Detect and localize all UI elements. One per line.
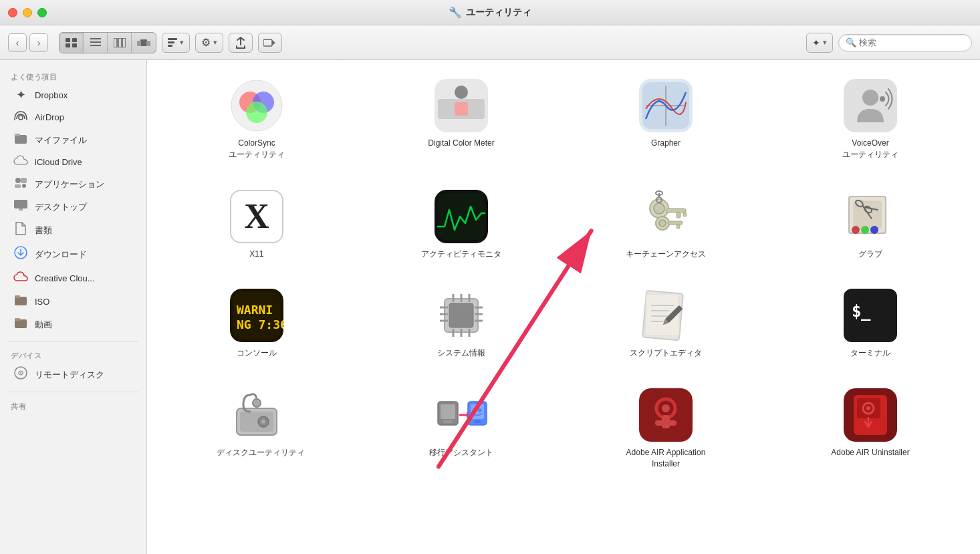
svg-point-118 bbox=[662, 404, 670, 412]
svg-point-34 bbox=[20, 372, 21, 374]
x11-icon: X bbox=[230, 190, 283, 243]
tag-button[interactable] bbox=[258, 33, 282, 53]
svg-rect-109 bbox=[443, 420, 453, 423]
voiceover-label: VoiceOver ユーティリティ bbox=[830, 138, 910, 160]
dropbox-button[interactable]: ✦ ▾ bbox=[806, 33, 833, 53]
grapher-label: Grapher bbox=[651, 138, 681, 149]
sidebar-item-iso[interactable]: ISO bbox=[3, 291, 144, 313]
colorsync-icon bbox=[230, 79, 283, 132]
grid-item-digital-color[interactable]: Digital Color Meter bbox=[362, 71, 560, 168]
sidebar-item-desktop[interactable]: デスクトップ bbox=[3, 196, 144, 218]
svg-point-114 bbox=[478, 408, 482, 412]
file-grid: ColorSync ユーティリティ Digital Color Meter bbox=[147, 60, 980, 554]
traffic-lights[interactable] bbox=[8, 8, 47, 17]
share-button[interactable] bbox=[229, 33, 253, 53]
grid-item-sysinfo[interactable]: システム情報 bbox=[362, 281, 560, 367]
svg-point-21 bbox=[15, 178, 21, 183]
iso-label: ISO bbox=[35, 297, 49, 307]
grid-item-grab[interactable]: グラブ bbox=[771, 182, 969, 268]
documents-icon bbox=[13, 222, 28, 239]
svg-point-71 bbox=[861, 226, 869, 234]
adobe-air-uninstall-icon bbox=[844, 388, 897, 442]
grab-label: グラブ bbox=[858, 249, 882, 260]
grid-item-diskutil[interactable]: ディスクユーティリティ bbox=[158, 380, 356, 478]
downloads-label: ダウンロード bbox=[35, 249, 87, 261]
myfiles-label: マイファイル bbox=[35, 134, 87, 146]
grid-item-terminal[interactable]: $ _ ターミナル bbox=[771, 281, 969, 367]
terminal-icon: $ _ bbox=[844, 289, 897, 342]
back-button[interactable]: ‹ bbox=[8, 33, 27, 52]
grid-item-activity[interactable]: アクティビティモニタ bbox=[362, 182, 560, 268]
svg-rect-115 bbox=[474, 420, 481, 423]
forward-button[interactable]: › bbox=[29, 33, 48, 52]
dropbox-sidebar-icon: ✦ bbox=[13, 88, 28, 102]
svg-rect-55 bbox=[677, 213, 681, 218]
gear-dropdown[interactable]: ⚙ ▾ bbox=[195, 33, 223, 53]
grid-item-migration[interactable]: 移行アシスタント bbox=[362, 380, 560, 478]
remote-disk-label: リモートディスク bbox=[35, 369, 104, 381]
column-view-button[interactable] bbox=[108, 33, 132, 53]
console-icon: WARNI NG 7:36 bbox=[230, 289, 283, 342]
search-input[interactable] bbox=[859, 37, 965, 47]
sidebar-item-myfiles[interactable]: マイファイル bbox=[3, 129, 144, 151]
grid-item-grapher[interactable]: Grapher bbox=[567, 71, 765, 168]
sidebar-item-airdrop[interactable]: AirDrop bbox=[3, 106, 144, 128]
svg-rect-16 bbox=[263, 39, 272, 46]
sidebar-item-movies[interactable]: 動画 bbox=[3, 313, 144, 335]
grab-icon bbox=[844, 190, 897, 243]
sidebar-item-downloads[interactable]: ダウンロード bbox=[3, 243, 144, 266]
grid-item-keychain[interactable]: キーチェーンアクセス bbox=[567, 182, 765, 268]
terminal-label: ターミナル bbox=[850, 348, 890, 359]
creative-label: Creative Clou... bbox=[35, 273, 95, 283]
svg-rect-13 bbox=[168, 38, 177, 40]
svg-rect-23 bbox=[15, 184, 21, 188]
grid-item-scriptedit[interactable]: スクリプトエディタ bbox=[567, 281, 765, 367]
movies-label: 動画 bbox=[35, 319, 52, 331]
sidebar-item-icloud[interactable]: iCloud Drive bbox=[3, 152, 144, 172]
grid-item-x11[interactable]: X X11 bbox=[158, 182, 356, 268]
maximize-button[interactable] bbox=[37, 8, 47, 17]
close-button[interactable] bbox=[8, 8, 17, 17]
svg-rect-2 bbox=[66, 43, 70, 47]
grid-container: ColorSync ユーティリティ Digital Color Meter bbox=[158, 71, 969, 478]
sidebar-item-applications[interactable]: アプリケーション bbox=[3, 173, 144, 195]
diskutil-label: ディスクユーティリティ bbox=[217, 447, 297, 458]
grid-item-console[interactable]: WARNI NG 7:36 コンソール bbox=[158, 281, 356, 367]
dropbox-label: Dropbox bbox=[35, 90, 68, 100]
sidebar-item-dropbox[interactable]: ✦ Dropbox bbox=[3, 84, 144, 106]
sidebar-item-creative[interactable]: Creative Clou... bbox=[3, 267, 144, 290]
nav-buttons: ‹ › bbox=[8, 33, 48, 52]
coverflow-view-button[interactable] bbox=[132, 33, 156, 53]
title-icon: 🔧 bbox=[449, 6, 462, 19]
search-box[interactable]: 🔍 bbox=[838, 34, 972, 51]
grid-item-voiceover[interactable]: VoiceOver ユーティリティ bbox=[771, 71, 969, 168]
svg-rect-31 bbox=[15, 318, 20, 321]
svg-rect-60 bbox=[677, 225, 680, 229]
svg-rect-4 bbox=[90, 38, 101, 39]
adobe-air-install-icon bbox=[639, 388, 693, 442]
minimize-button[interactable] bbox=[23, 8, 32, 17]
svg-point-18 bbox=[19, 116, 23, 120]
sidebar-item-documents[interactable]: 書類 bbox=[3, 219, 144, 242]
scriptedit-label: スクリプトエディタ bbox=[630, 348, 702, 359]
svg-rect-15 bbox=[168, 45, 172, 47]
grid-item-adobe-air-install[interactable]: Adobe AIR Application Installer bbox=[567, 380, 765, 478]
svg-rect-11 bbox=[137, 41, 141, 46]
toolbar: ‹ › ▾ ⚙ ▾ ✦ ▾ 🔍 bbox=[0, 25, 980, 60]
myfiles-icon bbox=[13, 132, 28, 148]
svg-point-38 bbox=[246, 102, 267, 123]
list-view-button[interactable] bbox=[84, 33, 108, 53]
arrange-dropdown[interactable]: ▾ bbox=[162, 33, 190, 53]
migration-label: 移行アシスタント bbox=[429, 447, 493, 458]
svg-text:NG 7:36: NG 7:36 bbox=[237, 317, 283, 331]
title-label: ユーティリティ bbox=[466, 7, 531, 19]
icon-view-button[interactable] bbox=[59, 33, 84, 53]
migration-icon bbox=[435, 388, 488, 442]
sidebar-item-remote-disk[interactable]: リモートディスク bbox=[3, 363, 144, 386]
gear-icon: ⚙ bbox=[201, 36, 211, 49]
airdrop-label: AirDrop bbox=[35, 112, 64, 122]
voiceover-icon bbox=[844, 79, 897, 132]
grid-item-colorsync[interactable]: ColorSync ユーティリティ bbox=[158, 71, 356, 168]
console-label: コンソール bbox=[237, 348, 277, 359]
grid-item-adobe-air-uninstall[interactable]: Adobe AIR Uninstaller bbox=[771, 380, 969, 478]
